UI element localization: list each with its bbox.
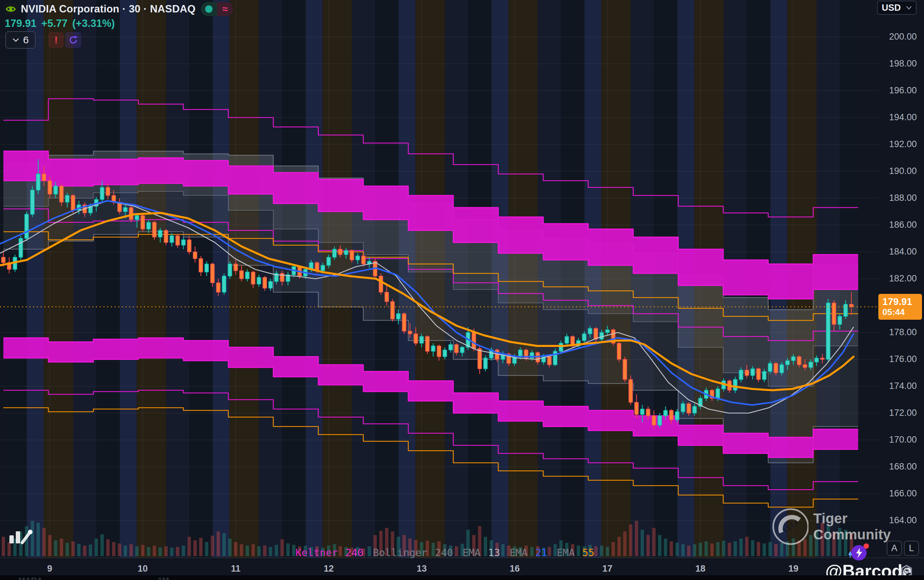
ticker-interval: 1M xyxy=(158,576,169,580)
legend-value: 240 xyxy=(345,547,363,559)
price-axis-label: 186.00 xyxy=(889,220,924,230)
alert-group: ! xyxy=(48,32,81,48)
price-axis-label: 192.00 xyxy=(889,139,924,150)
currency-selector[interactable]: USD xyxy=(877,1,917,15)
price-axis-label: 178.00 xyxy=(889,327,924,338)
price-axis-label: 198.00 xyxy=(889,58,924,69)
warning-button[interactable]: ! xyxy=(48,32,64,48)
time-axis-label: 19 xyxy=(788,564,798,574)
price-axis-label: 166.00 xyxy=(889,488,924,499)
header: NVIDIA Corporation · 30 · NASDAQ ≈ xyxy=(4,2,233,16)
time-axis-label: 11 xyxy=(231,564,241,574)
legend-item-ema-13[interactable]: EMA13 xyxy=(462,547,500,559)
price-axis-label: 182.00 xyxy=(889,274,924,284)
warning-icon: ! xyxy=(54,34,58,46)
legend-label: EMA xyxy=(557,547,575,559)
tiger-community-label: Tiger Community xyxy=(813,511,924,543)
tiger-logo-icon xyxy=(771,507,809,546)
legend-value: 21 xyxy=(535,547,547,559)
legend-item-keltner-240[interactable]: Keltner240 xyxy=(296,547,363,559)
time-axis-label: 18 xyxy=(695,564,705,574)
price-axis-label: 188.00 xyxy=(889,193,924,203)
legend-label: Keltner xyxy=(296,547,338,559)
tiger-watermark: Tiger Community xyxy=(771,507,924,546)
time-axis-label: 12 xyxy=(324,564,334,574)
last-price: 179.91 xyxy=(5,18,36,30)
ticker-symbol: MARA xyxy=(18,576,43,580)
price-readout: 179.91 +5.77 (+3.31%) xyxy=(5,18,115,30)
price-change-pct: (+3.31%) xyxy=(72,18,115,30)
symbol-title: NVIDIA Corporation · 30 · NASDAQ xyxy=(21,3,196,15)
current-price-value: 179.91 xyxy=(882,296,922,307)
refresh-icon xyxy=(68,35,79,45)
app-root: NVIDIA Corporation · 30 · NASDAQ ≈ 179.9… xyxy=(0,0,924,580)
price-change: +5.77 xyxy=(41,18,67,30)
price-axis-label: 196.00 xyxy=(889,85,924,96)
legend-value: 240 xyxy=(435,547,453,559)
price-axis-label: 170.00 xyxy=(889,435,924,445)
currency-label: USD xyxy=(882,3,901,13)
price-axis-label: 176.00 xyxy=(889,354,924,364)
legend-value: 55 xyxy=(582,547,594,559)
extended-hours-icon: ≈ xyxy=(222,3,228,15)
legend-item-ema-21[interactable]: EMA21 xyxy=(510,547,547,559)
legend-item-bollinger-240[interactable]: Bollinger240 xyxy=(373,547,453,559)
time-axis-label: 16 xyxy=(510,564,520,574)
chevron-down-icon xyxy=(12,38,19,42)
current-price-label: 179.91 05:44 xyxy=(878,294,922,320)
price-axis-label: 194.00 xyxy=(889,112,924,123)
legend-value: 13 xyxy=(488,547,500,559)
barcode-logo-icon xyxy=(843,541,884,562)
refresh-button[interactable] xyxy=(65,32,81,48)
time-axis-label: 9 xyxy=(47,564,52,574)
legend-label: EMA xyxy=(462,547,480,559)
price-axis-label: 168.00 xyxy=(889,461,924,472)
market-status-badges[interactable]: ≈ xyxy=(201,2,233,16)
nvidia-logo-icon xyxy=(4,2,18,16)
price-chart-svg[interactable] xyxy=(0,0,924,580)
chart-controls: 6 ! xyxy=(5,31,81,49)
legend-label: EMA xyxy=(510,547,528,559)
price-axis-label: 174.00 xyxy=(889,381,924,391)
price-axis-label: 200.00 xyxy=(889,31,924,42)
indicator-legend: Keltner240Bollinger240EMA13EMA21EMA55 xyxy=(296,547,594,559)
indicator-count: 6 xyxy=(23,34,29,46)
price-axis-label: 172.00 xyxy=(889,408,924,418)
legend-item-ema-55[interactable]: EMA55 xyxy=(557,547,594,559)
chevron-down-icon xyxy=(906,6,912,10)
market-open-badge xyxy=(201,2,217,16)
indicator-count-button[interactable]: 6 xyxy=(5,31,36,49)
extended-hours-badge: ≈ xyxy=(217,2,233,16)
tradingview-logo-icon[interactable] xyxy=(8,525,35,545)
legend-label: Bollinger xyxy=(373,547,428,559)
time-axis-label: 13 xyxy=(417,564,427,574)
price-axis-label: 184.00 xyxy=(889,247,924,257)
time-axis-label: 10 xyxy=(138,564,148,574)
market-open-dot-icon xyxy=(205,5,212,13)
price-axis-label: 190.00 xyxy=(889,166,924,176)
ticker-strip: MARA 1M xyxy=(0,575,924,580)
current-price-time: 05:44 xyxy=(882,307,922,317)
time-axis-label: 17 xyxy=(602,564,612,574)
